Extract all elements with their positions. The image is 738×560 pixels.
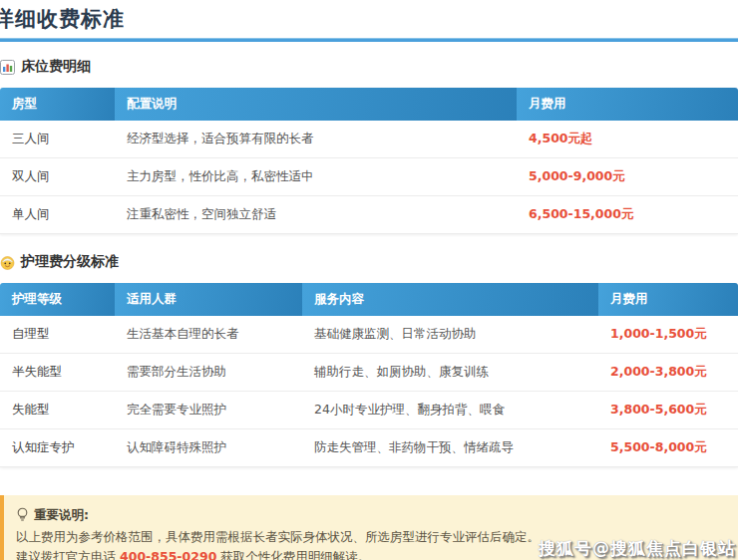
room-type: 单人间 [0,196,115,234]
care-level: 失能型 [0,392,115,429]
care-price: 3,800-5,600元 [598,392,738,429]
note-title: 重要说明: [34,505,89,524]
table-row: 自理型 生活基本自理的长者 基础健康监测、日常活动协助 1,000-1,500元 [0,316,738,354]
care-price: 2,000-3,800元 [598,354,738,392]
care-group: 生活基本自理的长者 [115,316,302,354]
important-note-box: 重要说明: 以上费用为参考价格范围，具体费用需根据长者实际身体状况、所选房型进行… [0,495,738,560]
table-row: 认知症专护 认知障碍特殊照护 防走失管理、非药物干预、情绪疏导 5,500-8,… [0,429,738,467]
room-desc: 注重私密性，空间独立舒适 [115,196,517,234]
care-services: 防走失管理、非药物干预、情绪疏导 [302,429,598,467]
table-row: 双人间 主力房型，性价比高，私密性适中 5,000-9,000元 [0,158,738,196]
table-row: 失能型 完全需要专业照护 24小时专业护理、翻身拍背、喂食 3,800-5,60… [0,392,738,429]
bed-col-monthly-fee: 月费用 [517,88,738,121]
note-line-2-prefix: 建议拨打官方电话 [16,549,120,560]
table-row: 三人间 经济型选择，适合预算有限的长者 4,500元起 [0,121,738,158]
title-divider [0,38,738,42]
care-price: 5,500-8,000元 [598,429,738,467]
bar-chart-icon [0,60,15,75]
lightbulb-icon [16,507,29,522]
room-type: 三人间 [0,121,115,158]
section-title-bed-fees: 床位费明细 [21,58,91,76]
note-line-2: 建议拨打官方电话 400-855-0290 获取个性化费用明细解读。 [16,547,724,560]
section-header-care-fees: 护理费分级标准 [0,253,738,271]
care-group: 认知障碍特殊照护 [115,429,302,467]
room-desc: 经济型选择，适合预算有限的长者 [115,121,517,158]
note-line-1: 以上费用为参考价格范围，具体费用需根据长者实际身体状况、所选房型进行专业评估后确… [16,527,724,546]
table-row: 单人间 注重私密性，空间独立舒适 6,500-15,000元 [0,196,738,234]
care-group: 完全需要专业照护 [115,392,302,429]
table-row: 半失能型 需要部分生活协助 辅助行走、如厕协助、康复训练 2,000-3,800… [0,354,738,392]
room-price: 5,000-9,000元 [517,158,738,196]
room-price: 6,500-15,000元 [517,196,738,234]
room-type: 双人间 [0,158,115,196]
care-fee-table: 护理等级 适用人群 服务内容 月费用 自理型 生活基本自理的长者 基础健康监测、… [0,283,738,467]
phone-number[interactable]: 400-855-0290 [120,549,216,560]
care-col-services: 服务内容 [302,283,598,316]
page-title: 详细收费标准 [0,5,738,33]
bed-col-config: 配置说明 [115,88,517,121]
section-title-care-fees: 护理费分级标准 [21,253,119,271]
care-price: 1,000-1,500元 [598,316,738,354]
bed-col-room-type: 房型 [0,88,115,121]
care-services: 基础健康监测、日常活动协助 [302,316,598,354]
room-price: 4,500元起 [517,121,738,158]
note-title-row: 重要说明: [16,505,724,524]
section-header-bed-fees: 床位费明细 [0,58,738,76]
care-services: 24小时专业护理、翻身拍背、喂食 [302,392,598,429]
care-col-monthly-fee: 月费用 [598,283,738,316]
care-fee-header-row: 护理等级 适用人群 服务内容 月费用 [0,283,738,316]
care-level: 自理型 [0,316,115,354]
note-line-2-suffix: 获取个性化费用明细解读。 [216,549,370,560]
caregiver-icon [0,255,15,270]
care-level: 半失能型 [0,354,115,392]
care-col-group: 适用人群 [115,283,302,316]
care-services: 辅助行走、如厕协助、康复训练 [302,354,598,392]
care-level: 认知症专护 [0,429,115,467]
article-page: 详细收费标准 床位费明细 房型 配置说明 月费用 三人间 经济型选择，适合预 [0,5,738,560]
bed-fee-header-row: 房型 配置说明 月费用 [0,88,738,121]
care-col-level: 护理等级 [0,283,115,316]
care-group: 需要部分生活协助 [115,354,302,392]
room-desc: 主力房型，性价比高，私密性适中 [115,158,517,196]
bed-fee-table: 房型 配置说明 月费用 三人间 经济型选择，适合预算有限的长者 4,500元起 … [0,88,738,234]
